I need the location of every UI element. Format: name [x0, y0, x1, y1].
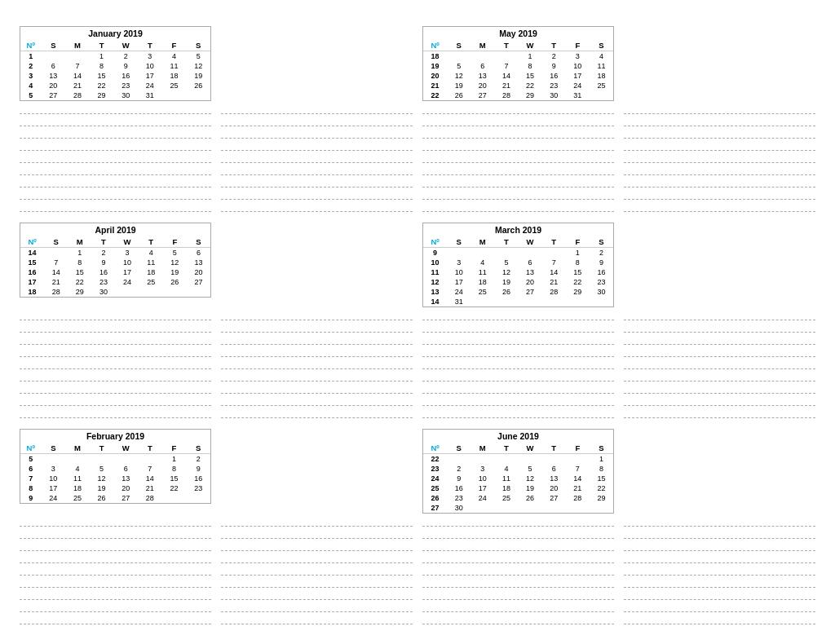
calendar-grid: January 2019NºSMTWTFS1123452678910111231… [0, 23, 835, 610]
section-march: February 2019NºSMTWTFS512634567897101112… [15, 426, 216, 632]
footer-link [0, 633, 835, 637]
section-notes-1 [216, 23, 418, 219]
section-january: January 2019NºSMTWTFS1123452678910111231… [15, 23, 216, 219]
section-notes-2 [216, 219, 418, 426]
section-notes-5 [619, 219, 820, 426]
section-notes-6 [619, 426, 820, 632]
section-notes-3 [216, 426, 418, 632]
section-april: May 2019NºSMTWTFS18123419567891011201213… [418, 23, 619, 219]
section-notes-4 [619, 23, 820, 219]
section-june: June 2019NºSMTWTFS2212323456782491011121… [418, 426, 619, 632]
page-title [0, 0, 835, 23]
section-february: April 2019NºSMTWTFS141234561578910111213… [15, 219, 216, 426]
section-may: March 2019NºSMTWTFS912103456789111011121… [418, 219, 619, 426]
